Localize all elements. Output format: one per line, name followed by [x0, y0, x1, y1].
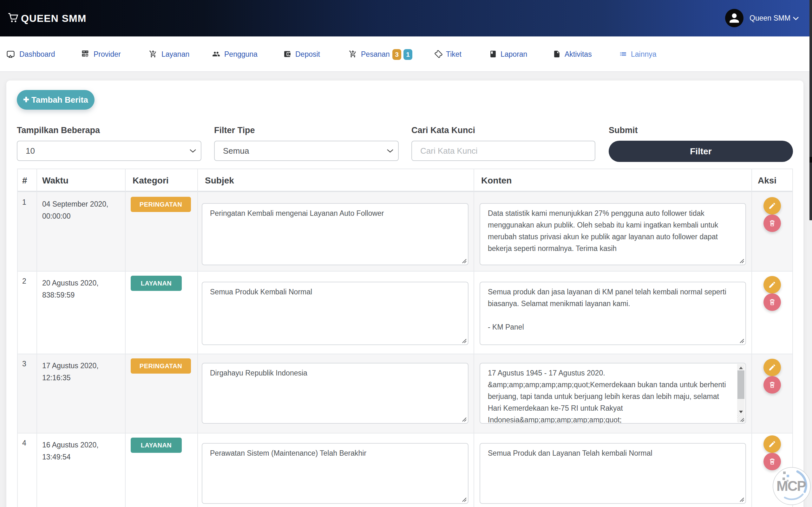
- svg-text:MCP: MCP: [776, 478, 806, 494]
